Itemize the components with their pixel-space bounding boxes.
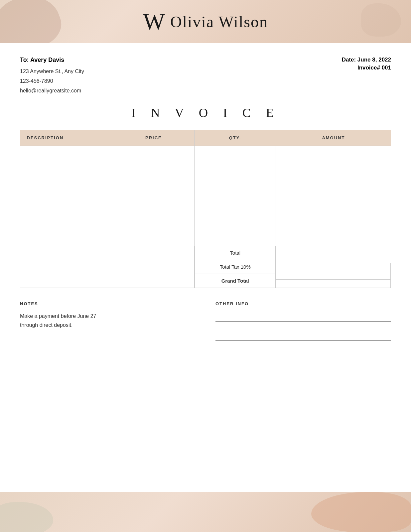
amount-total-row (276, 263, 391, 271)
grand-total-label: Grand Total (195, 274, 276, 288)
col-description: DESCRIPTION (20, 130, 113, 146)
notes-line1: Make a payment before June 27 (20, 312, 196, 321)
brand-name: Olivia Wilson (170, 13, 268, 31)
invoice-title-wrapper: I N V O I C E (20, 105, 391, 120)
page-header: W Olivia Wilson (0, 0, 411, 43)
invoice-date: Date: June 8, 2022 (342, 57, 391, 63)
client-address: 123 Anywhere St., Any City 123-456-7890 … (20, 67, 342, 95)
page-footer (0, 492, 411, 532)
qty-total-row: Total (195, 246, 276, 260)
table-header: DESCRIPTION PRICE QTY. AMOUNT (20, 130, 391, 146)
amount-grand-row (276, 279, 391, 288)
footer-background (0, 492, 411, 532)
address-line1: 123 Anywhere St., Any City (20, 67, 342, 76)
qty-grand-total-row: Grand Total (195, 274, 276, 288)
notes-text: Make a payment before June 27 through di… (20, 312, 196, 330)
client-info: To: Avery Davis 123 Anywhere St., Any Ci… (20, 57, 342, 95)
qty-spacer (195, 146, 276, 246)
main-content: To: Avery Davis 123 Anywhere St., Any Ci… (0, 43, 411, 363)
grand-total-value (276, 279, 391, 288)
table-header-row: DESCRIPTION PRICE QTY. AMOUNT (20, 130, 391, 146)
notes-column: NOTES Make a payment before June 27 thro… (20, 301, 196, 350)
table-row: Total Total Tax 10% Grand Total (20, 146, 391, 288)
email: hello@reallygreatsite.com (20, 86, 342, 96)
qty-area: Total Total Tax 10% Grand Total (195, 146, 276, 288)
invoice-table: DESCRIPTION PRICE QTY. AMOUNT (20, 130, 391, 288)
amount-inner-table (276, 163, 391, 288)
invoice-number: Invoice# 001 (342, 65, 391, 71)
other-info-column: OTHER INFO (215, 301, 391, 350)
qty-tax-row: Total Tax 10% (195, 260, 276, 274)
amount-tax-row (276, 271, 391, 279)
amount-area (276, 146, 391, 288)
qty-inner-table: Total Total Tax 10% Grand Total (195, 146, 276, 288)
amount-spacer (276, 163, 391, 263)
notes-line2: through direct deposit. (20, 321, 196, 330)
tax-value (276, 271, 391, 279)
notes-heading: NOTES (20, 301, 196, 306)
table-body: Total Total Tax 10% Grand Total (20, 146, 391, 288)
client-to: To: Avery Davis (20, 57, 342, 64)
col-qty: QTY. (195, 130, 276, 146)
invoice-title: I N V O I C E (20, 105, 391, 120)
info-line-1 (215, 312, 391, 322)
other-info-heading: OTHER INFO (215, 301, 391, 306)
price-empty (113, 146, 194, 288)
brand-logo-icon: W (143, 10, 165, 33)
brand-container: W Olivia Wilson (143, 10, 268, 33)
footer-shape-left (0, 502, 53, 532)
phone: 123-456-7890 (20, 76, 342, 86)
notes-section: NOTES Make a payment before June 27 thro… (20, 301, 391, 350)
desc-empty (20, 146, 113, 288)
info-section: To: Avery Davis 123 Anywhere St., Any Ci… (20, 57, 391, 95)
col-amount: AMOUNT (276, 130, 391, 146)
info-line-2 (215, 331, 391, 341)
tax-label: Total Tax 10% (195, 260, 276, 274)
col-price: PRICE (113, 130, 194, 146)
total-label: Total (195, 246, 276, 260)
invoice-meta: Date: June 8, 2022 Invoice# 001 (342, 57, 391, 95)
total-value (276, 263, 391, 271)
footer-shape-right (311, 492, 411, 532)
